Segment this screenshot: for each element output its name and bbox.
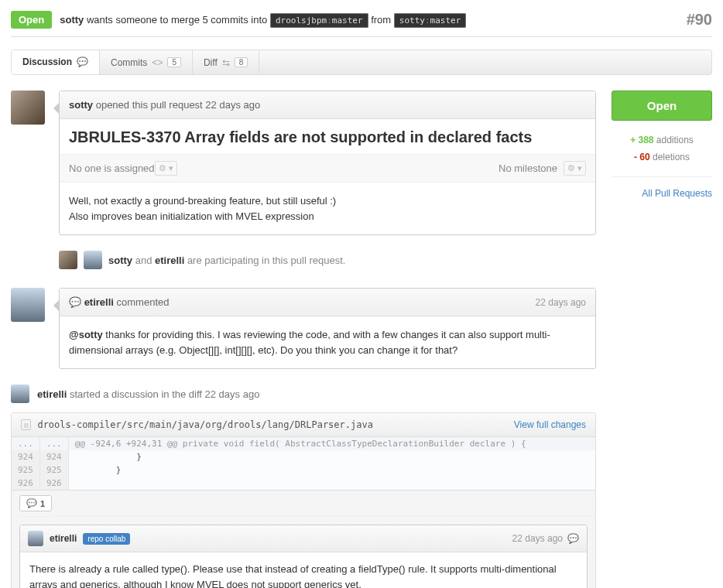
view-full-changes[interactable]: View full changes bbox=[514, 419, 586, 430]
tab-diff[interactable]: Diff⇆8 bbox=[193, 50, 259, 74]
requester-name[interactable]: sotty bbox=[60, 14, 84, 26]
all-pull-requests-link[interactable]: All Pull Requests bbox=[612, 188, 712, 199]
tab-commits[interactable]: Commits<>5 bbox=[100, 50, 193, 74]
header-text: sotty wants someone to merge 5 commits i… bbox=[60, 14, 686, 26]
status-badge: Open bbox=[11, 11, 52, 29]
file-icon: ▤ bbox=[21, 419, 31, 430]
pr-author[interactable]: sotty bbox=[69, 99, 93, 111]
comment-icon: 💬 bbox=[26, 498, 37, 508]
comment-author[interactable]: etirelli bbox=[84, 296, 114, 308]
avatar[interactable] bbox=[28, 531, 43, 546]
code-icon: <> bbox=[152, 57, 163, 68]
mention[interactable]: @sotty bbox=[69, 329, 103, 340]
comment: 💬 etirelli commented 22 days ago @sotty … bbox=[59, 288, 596, 369]
pr-number: #90 bbox=[687, 11, 712, 29]
head-branch[interactable]: sotty:master bbox=[394, 13, 467, 28]
avatar[interactable] bbox=[11, 91, 45, 125]
note-author[interactable]: etirelli bbox=[50, 533, 77, 544]
repo-collab-badge: repo collab bbox=[83, 533, 130, 545]
participant-avatar[interactable] bbox=[84, 251, 102, 269]
note-body: There is already a rule called type(). P… bbox=[20, 552, 587, 588]
assignee-gear[interactable]: ⚙ ▾ bbox=[155, 161, 177, 176]
diff-icon: ⇆ bbox=[222, 57, 230, 68]
base-branch[interactable]: droolsjbpm:master bbox=[270, 13, 368, 28]
tab-discussion[interactable]: Discussion💬 bbox=[12, 50, 100, 75]
participant-avatar[interactable] bbox=[59, 251, 77, 269]
sidebar-status: Open bbox=[612, 91, 712, 121]
avatar[interactable] bbox=[11, 385, 29, 403]
comment-body: @sotty thanks for providing this. I was … bbox=[60, 316, 595, 368]
pr-body: Well, not exactly a ground-breaking feat… bbox=[60, 183, 595, 234]
file-diff: ▤ drools-compiler/src/main/java/org/droo… bbox=[11, 412, 596, 588]
pr-title: JBRULES-3370 Array fields are not suppor… bbox=[60, 119, 595, 154]
file-path: drools-compiler/src/main/java/org/drools… bbox=[37, 419, 372, 430]
pr-header: Open sotty wants someone to merge 5 comm… bbox=[11, 11, 712, 37]
avatar[interactable] bbox=[11, 288, 45, 322]
assignee-text: No one is assigned bbox=[69, 162, 155, 174]
milestone-text: No milestone bbox=[499, 162, 557, 174]
comment-icon: 💬 bbox=[69, 296, 81, 308]
line-note: etirelli repo collab 22 days ago 💬 There… bbox=[19, 525, 588, 588]
pr-description: sotty opened this pull request 22 days a… bbox=[59, 91, 596, 235]
comment-icon: 💬 bbox=[567, 533, 579, 544]
participants: sotty and etirelli are participating in … bbox=[11, 251, 596, 269]
sidebar: Open + 388 additions - 60 deletions All … bbox=[612, 91, 712, 588]
comment-icon: 💬 bbox=[77, 56, 88, 67]
discussion-heading: etirelli started a discussion in the dif… bbox=[11, 385, 596, 403]
diff-table: ......@@ -924,6 +924,31 @@ private void … bbox=[12, 437, 595, 490]
note-count-toggle[interactable]: 💬 1 bbox=[19, 495, 52, 511]
comment-time: 22 days ago bbox=[536, 297, 586, 308]
tabs: Discussion💬 Commits<>5 Diff⇆8 bbox=[11, 50, 712, 75]
deletions-stat: - 60 deletions bbox=[612, 149, 712, 166]
milestone-gear[interactable]: ⚙ ▾ bbox=[564, 161, 586, 176]
additions-stat: + 388 additions bbox=[612, 132, 712, 149]
